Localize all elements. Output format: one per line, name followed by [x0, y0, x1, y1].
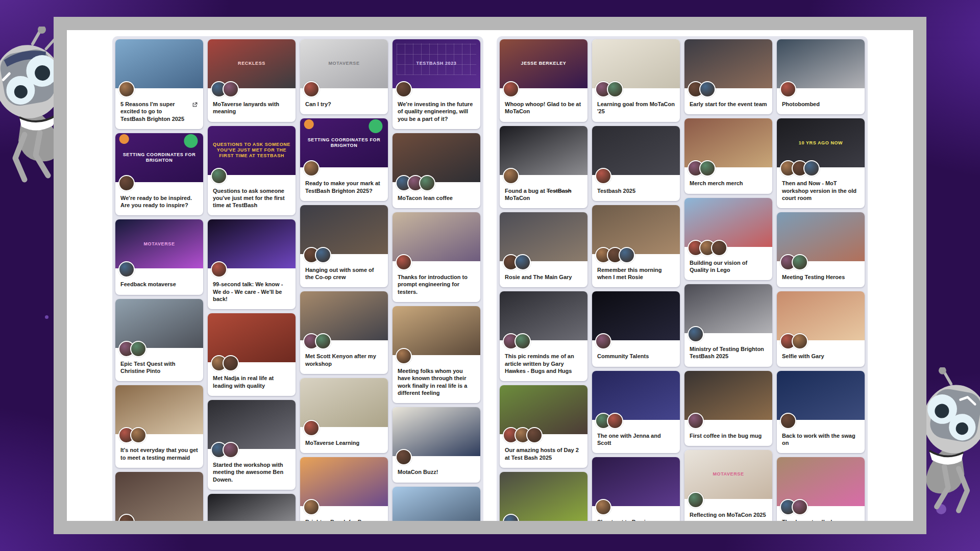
- photo-card[interactable]: Merch merch merch: [684, 118, 772, 193]
- avatar: [315, 247, 331, 263]
- photo-card[interactable]: Selfie with Gary: [777, 291, 865, 366]
- photo-card[interactable]: Questions to ask someone you've just met…: [208, 126, 296, 216]
- photo-card[interactable]: Shout out to Demi: [592, 457, 680, 521]
- photo-card[interactable]: Meeting folks whom you have known throug…: [393, 306, 480, 403]
- photo-card[interactable]: Community Talents: [592, 291, 680, 366]
- avatar-group: [208, 81, 296, 97]
- avatar: [711, 240, 727, 256]
- photo-card[interactable]: This pic reminds me of an article writte…: [500, 291, 587, 381]
- photo-card[interactable]: Met Nadja in real life at leading with q…: [208, 313, 296, 396]
- card-caption: Brighton Beach for Pre-TestBash Social: [305, 518, 383, 521]
- avatar-group: [300, 160, 388, 177]
- avatar: [118, 175, 135, 191]
- photo-card[interactable]: Brighton Beach for Pre-TestBash Social: [300, 457, 388, 521]
- photo-card[interactable]: MotaverseReflecting on MoTaCon 2025: [684, 450, 772, 521]
- avatar: [503, 514, 519, 521]
- photo-card[interactable]: MotaCon Buzz!: [393, 407, 480, 482]
- card-column: Learning goal from MoTaCon '25Testbash 2…: [592, 39, 680, 521]
- avatar: [595, 333, 611, 349]
- card-caption: Ministry of Testing Brighton TestBash 20…: [690, 345, 767, 360]
- photo-card[interactable]: Epic Test Quest with Christine Pinto: [115, 299, 203, 382]
- photo-card[interactable]: Meeting Testing Heroes: [777, 212, 865, 287]
- card-caption-row: The one with Jenna and Scott: [592, 429, 680, 454]
- photo-card[interactable]: Remember this morning when I met Rosie: [592, 205, 680, 288]
- card-caption-row: Remember this morning when I met Rosie: [592, 263, 680, 288]
- photo-card[interactable]: Started the workshop with meeting the aw…: [208, 400, 296, 490]
- photo-card[interactable]: Back to work with the swag on: [777, 371, 865, 454]
- avatar: [130, 427, 146, 443]
- card-caption-row: Brighton Beach for Pre-TestBash Social: [300, 515, 388, 521]
- avatar: [688, 413, 704, 429]
- avatar: [223, 81, 239, 97]
- card-caption: Early start for the event team: [690, 101, 767, 108]
- card-caption-row: Thanks for introduction to prompt engine…: [393, 270, 480, 302]
- photo-card[interactable]: The one with Jenna and Scott: [592, 371, 680, 454]
- photo-card[interactable]: Early start for the event team: [684, 39, 772, 114]
- card-caption: Met Nadja in real life at leading with q…: [213, 374, 290, 389]
- avatar-group: [777, 81, 865, 97]
- card-caption: Merch merch merch: [690, 180, 767, 187]
- avatar: [699, 81, 716, 97]
- avatar: [303, 420, 320, 436]
- photo-card[interactable]: MotaverseCan I try?: [300, 39, 388, 114]
- avatar: [792, 333, 808, 349]
- card-caption-row: Met Scott Kenyon after my workshop: [300, 349, 388, 374]
- photo-card[interactable]: Coaching -with Lego: [208, 494, 296, 521]
- photo-card[interactable]: 99-second talk: We know - We do - We car…: [208, 219, 296, 309]
- photo-card[interactable]: It's not everyday that you get to meet a…: [115, 385, 203, 468]
- photo-card[interactable]: Testbash 2025: [592, 126, 680, 201]
- photo-card[interactable]: Thank you to all who brought snacks!: [777, 457, 865, 521]
- card-caption-row: Ministry of Testing Brighton TestBash 20…: [684, 342, 772, 367]
- photo-card[interactable]: MotaverseFeedback motaverse: [115, 219, 203, 294]
- photo-card[interactable]: Ministry of Testing Brighton TestBash 20…: [684, 284, 772, 367]
- avatar: [396, 254, 412, 270]
- card-caption: Testbash 2025: [597, 187, 675, 194]
- avatar-group: [500, 427, 587, 443]
- external-link-icon[interactable]: [191, 101, 198, 110]
- avatar-group: [684, 81, 772, 97]
- photo-card[interactable]: 10 yrs ago nowThen and Now - MoT worksho…: [777, 118, 865, 208]
- avatar-group: [115, 81, 203, 97]
- photo-card[interactable]: MoTacon lean coffee: [393, 133, 480, 208]
- photo-card[interactable]: Hanging out with some of the Co-op crew: [300, 205, 388, 288]
- avatar-group: [115, 175, 203, 191]
- photo-card[interactable]: Setting Coordinates for BrightonReady to…: [300, 118, 388, 201]
- photo-card[interactable]: Photobombed: [777, 39, 865, 114]
- photo-card[interactable]: TestBash 2023We're investing in the futu…: [393, 39, 480, 129]
- photo-card[interactable]: Learning goal from MoTaCon '25: [592, 39, 680, 122]
- card-caption: Selfie with Gary: [782, 353, 860, 360]
- photo-card[interactable]: Test Bash 2025: [115, 472, 203, 521]
- photo-card[interactable]: TestBash Runners! Pre conference morning…: [393, 487, 480, 521]
- photo-card[interactable]: Thanks for introduction to prompt engine…: [393, 212, 480, 302]
- photo-card[interactable]: Building our vision of Quality in Lego: [684, 198, 772, 281]
- card-caption-row: MoTaverse lanyards with meaning: [208, 97, 296, 122]
- card-caption-row: Reflecting on MoTaCon 2025: [684, 508, 772, 521]
- photo-card[interactable]: Our amazing hosts of Day 2 at Test Bash …: [500, 385, 587, 468]
- avatar: [419, 175, 435, 191]
- photo-card[interactable]: Found a bug at TestBash MoTaCon: [500, 126, 587, 209]
- card-caption-row: Started the workshop with meeting the aw…: [208, 458, 296, 490]
- avatar: [130, 341, 146, 357]
- avatar-group: [115, 427, 203, 443]
- card-caption: MoTaverse lanyards with meaning: [213, 101, 290, 115]
- photo-card[interactable]: 5 Reasons I'm super excited to go to Tes…: [115, 39, 203, 129]
- card-caption: Thank you to all who brought snacks!: [782, 518, 860, 521]
- photo-card[interactable]: Getting home after MoTaCon: [500, 472, 587, 521]
- photo-card[interactable]: Setting Coordinates for BrightonWe're re…: [115, 133, 203, 216]
- card-column: Jesse BerkeleyWhoop whoop! Glad to be at…: [500, 39, 587, 521]
- card-caption: Hanging out with some of the Co-op crew: [305, 266, 383, 281]
- card-caption: Rosie and The Main Gary: [505, 273, 582, 281]
- photo-card[interactable]: Jesse BerkeleyWhoop whoop! Glad to be at…: [500, 39, 587, 122]
- photo-card[interactable]: RecklessMoTaverse lanyards with meaning: [208, 39, 296, 122]
- avatar-group: [115, 261, 203, 278]
- photo-card[interactable]: MoTaverse Learning: [300, 378, 388, 453]
- photo-card[interactable]: Rosie and The Main Gary: [500, 212, 587, 287]
- photo-card[interactable]: Met Scott Kenyon after my workshop: [300, 291, 388, 374]
- card-caption-row: We're investing in the future of quality…: [393, 97, 480, 129]
- card-caption-row: Back to work with the swag on: [777, 429, 865, 454]
- avatar: [396, 348, 412, 364]
- avatar: [607, 81, 623, 97]
- card-caption: MoTacon lean coffee: [398, 194, 475, 202]
- card-caption: Back to work with the swag on: [782, 432, 860, 447]
- photo-card[interactable]: First coffee in the bug mug: [684, 371, 772, 446]
